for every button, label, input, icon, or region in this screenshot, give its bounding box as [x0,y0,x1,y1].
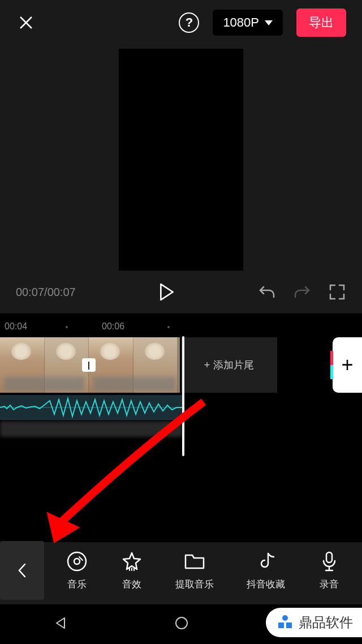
nav-home-button[interactable] [174,616,189,633]
audio-clip[interactable] [0,395,182,420]
extract-music-tool[interactable]: 提取音乐 [175,551,214,591]
watermark-logo-icon [276,613,294,632]
add-clip-button[interactable]: + [333,337,362,393]
time-mark-dot [167,326,170,328]
waveform-icon [0,395,182,420]
time-mark-dot [66,326,68,328]
redo-icon [293,284,311,300]
resolution-dropdown[interactable]: 1080P [213,10,283,36]
undo-button[interactable] [258,283,276,301]
time-mark: 00:04 [5,321,27,332]
circle-home-icon [174,616,189,630]
play-button[interactable] [76,283,258,301]
star-icon [121,551,143,572]
svg-rect-4 [326,552,332,563]
folder-icon [184,551,205,572]
help-button[interactable]: ? [179,12,199,33]
timeline[interactable]: 00:04 00:06 | + 添加片尾 + [0,314,362,542]
time-mark: 00:06 [102,321,124,332]
add-ending-label: 添加片尾 [213,358,254,372]
tool-label: 提取音乐 [175,578,214,591]
chevron-left-icon [18,563,27,578]
nav-back-button[interactable] [53,616,68,633]
playhead[interactable] [182,336,184,456]
video-clip[interactable] [89,337,180,393]
close-icon [18,15,34,31]
svg-point-7 [282,615,288,621]
chevron-down-icon [265,20,273,25]
audio-label [0,421,182,437]
undo-icon [258,284,276,300]
svg-point-5 [176,617,187,629]
tool-label: 录音 [320,578,339,591]
watermark: 鼎品软件 [266,608,362,637]
tool-label: 音乐 [67,578,87,591]
sound-effect-tool[interactable]: 音效 [121,551,143,591]
video-clip[interactable] [0,337,89,393]
transition-button[interactable]: | [82,358,96,372]
plus-icon: + [204,359,210,371]
play-icon [158,283,175,301]
plus-icon: + [341,353,353,377]
svg-point-3 [74,559,80,564]
tool-label: 音效 [122,578,141,591]
export-button[interactable]: 导出 [296,8,346,37]
record-audio-tool[interactable]: 录音 [318,551,340,591]
watermark-text: 鼎品软件 [299,613,353,632]
svg-rect-9 [286,622,292,628]
douyin-icon [255,551,277,572]
music-tool[interactable]: 音乐 [66,551,88,591]
redo-button[interactable] [293,283,311,301]
export-label: 导出 [309,15,334,29]
question-icon: ? [186,15,193,30]
add-ending-button[interactable]: + 添加片尾 [181,337,277,393]
tool-label: 抖音收藏 [247,578,285,591]
microphone-icon [318,551,340,572]
fullscreen-icon [329,284,346,300]
resolution-label: 1080P [223,15,259,30]
video-preview[interactable] [119,49,243,271]
svg-point-2 [68,552,86,570]
fullscreen-button[interactable] [328,283,346,301]
time-display: 00:07/00:07 [16,286,76,299]
close-button[interactable] [16,12,36,33]
douyin-favorites-tool[interactable]: 抖音收藏 [247,551,285,591]
back-button[interactable] [0,541,44,600]
video-preview-area [0,45,362,277]
triangle-back-icon [53,616,68,630]
music-cd-icon [66,551,88,572]
svg-rect-8 [278,622,284,628]
